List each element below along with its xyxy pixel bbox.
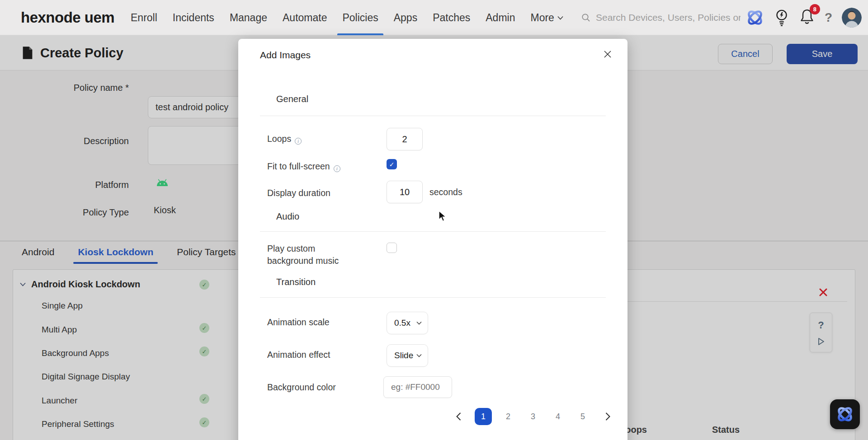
notification-badge: 8 <box>810 4 820 14</box>
chevron-down-icon <box>557 16 563 20</box>
chevron-down-icon <box>416 354 422 357</box>
section-transition: Transition <box>276 277 316 287</box>
animation-scale-label: Animation scale <box>267 316 330 328</box>
loops-input[interactable] <box>387 128 423 150</box>
help-icon[interactable]: ? <box>825 10 832 25</box>
close-icon <box>604 51 611 58</box>
custom-music-checkbox[interactable] <box>387 243 397 253</box>
custom-music-label: Play custom background music <box>267 243 351 267</box>
chevron-right-icon <box>605 412 610 421</box>
animation-effect-select[interactable]: Slide <box>387 344 428 367</box>
pagination-next-button[interactable] <box>599 408 616 425</box>
modal-title: Add Images <box>260 50 311 61</box>
nav-item-enroll[interactable]: Enroll <box>123 0 165 35</box>
section-audio: Audio <box>276 211 299 222</box>
fit-fullscreen-checkbox[interactable]: ✓ <box>387 159 397 169</box>
pagination-prev-button[interactable] <box>450 408 467 425</box>
fit-fullscreen-label: Fit to full-screeni <box>267 160 340 173</box>
top-navbar: hexnode uem Enroll Incidents Manage Auto… <box>0 0 868 35</box>
modal-close-button[interactable] <box>603 50 612 59</box>
notifications-button[interactable]: 8 <box>799 8 815 27</box>
nav-item-more[interactable]: More <box>523 0 571 35</box>
section-divider <box>260 231 606 232</box>
background-color-label: Background color <box>267 381 336 393</box>
search-input[interactable] <box>596 12 741 23</box>
search-icon <box>581 13 590 22</box>
hexnode-atom-icon <box>835 404 855 424</box>
nav-item-manage[interactable]: Manage <box>222 0 275 35</box>
loops-label: Loopsi <box>267 133 302 145</box>
page-5-button[interactable]: 5 <box>574 408 591 425</box>
page-1-button[interactable]: 1 <box>475 408 492 425</box>
section-divider <box>260 116 606 116</box>
page-2-button[interactable]: 2 <box>500 408 517 425</box>
section-divider <box>260 297 606 298</box>
animation-effect-label: Animation effect <box>267 349 330 361</box>
nav-item-apps[interactable]: Apps <box>386 0 425 35</box>
page-3-button[interactable]: 3 <box>524 408 542 425</box>
nav-item-patches[interactable]: Patches <box>425 0 478 35</box>
background-color-input[interactable] <box>383 376 452 398</box>
pagination: 1 2 3 4 5 <box>450 408 616 425</box>
hexnode-chat-widget[interactable] <box>830 399 860 429</box>
display-duration-input[interactable] <box>387 181 423 203</box>
navbar-icons: 8 ? <box>745 0 862 35</box>
seconds-suffix: seconds <box>429 187 462 197</box>
hexnode-logo: hexnode uem <box>21 0 114 35</box>
info-icon[interactable]: i <box>295 138 302 145</box>
avatar-person-icon <box>842 8 862 28</box>
whats-new-bulb-icon[interactable] <box>774 9 789 27</box>
display-duration-label: Display duration <box>267 187 330 199</box>
info-icon[interactable]: i <box>334 165 340 172</box>
add-images-modal: Add Images General Loopsi Fit to full-sc… <box>238 39 627 440</box>
chevron-left-icon <box>456 412 461 421</box>
section-general: General <box>276 94 308 104</box>
global-search <box>581 0 741 35</box>
nav-item-incidents[interactable]: Incidents <box>165 0 222 35</box>
nav-item-policies[interactable]: Policies <box>335 0 386 35</box>
page-4-button[interactable]: 4 <box>549 408 566 425</box>
nav-item-automate[interactable]: Automate <box>275 0 335 35</box>
chevron-down-icon <box>416 321 422 325</box>
user-avatar[interactable] <box>842 8 862 28</box>
main-nav: Enroll Incidents Manage Automate Policie… <box>123 0 571 35</box>
hexnode-atom-icon[interactable] <box>745 8 764 27</box>
animation-scale-select[interactable]: 0.5x <box>387 312 428 334</box>
nav-item-admin[interactable]: Admin <box>478 0 523 35</box>
